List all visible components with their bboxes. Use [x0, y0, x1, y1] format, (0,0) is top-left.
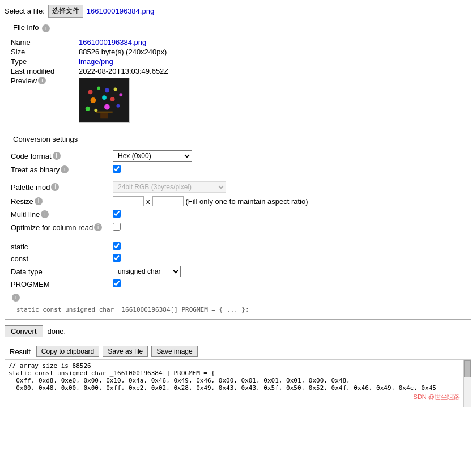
svg-point-1 [88, 90, 93, 94]
size-value: 88526 byte(s) (240x240px) [79, 48, 465, 56]
type-label: Type [11, 57, 79, 66]
resize-label-row: Resize i [11, 197, 113, 206]
preview-image [79, 78, 130, 123]
file-info-section: File info i Name 1661000196384.png Size … [5, 23, 471, 129]
preview-label-row: Preview i [11, 77, 79, 123]
save-image-button[interactable]: Save image [151, 346, 197, 357]
code-preview-text: static const unsigned char _166100019638… [11, 304, 465, 313]
data-type-select[interactable]: unsigned char uint8_t uint16_t [113, 266, 181, 277]
optimize-value [113, 223, 465, 232]
multiline-value [113, 210, 465, 219]
treat-binary-info-icon[interactable]: i [61, 165, 69, 173]
resize-hint: (Fill only one to maintain aspect ratio) [186, 197, 308, 206]
select-file-label: Select a file: [5, 7, 45, 15]
static-checkbox[interactable] [113, 242, 121, 250]
conversion-settings-legend: Conversion settings [11, 135, 80, 143]
save-as-file-button[interactable]: Save as file [103, 346, 148, 357]
result-legend-label: Result [10, 347, 31, 356]
choose-file-button[interactable]: 选择文件 [48, 5, 83, 18]
svg-point-6 [91, 97, 96, 103]
convert-button[interactable]: Convert [5, 325, 43, 337]
scroll-thumb [464, 360, 471, 377]
svg-point-7 [102, 95, 107, 100]
svg-point-11 [104, 104, 110, 110]
progmem-value [113, 279, 465, 289]
optimize-info-icon[interactable]: i [94, 223, 102, 231]
const-label: const [11, 254, 113, 263]
treat-binary-value [113, 165, 465, 175]
svg-point-2 [97, 87, 100, 90]
file-info-legend: File info i [11, 23, 52, 32]
convert-row: Convert done. [5, 325, 471, 337]
result-section: Result Copy to clipboard Save as file Sa… [5, 343, 471, 407]
code-format-info-icon[interactable]: i [53, 152, 61, 160]
code-preview-info-icon[interactable]: i [12, 294, 20, 302]
const-value [113, 254, 465, 264]
last-modified-value: 2022-08-20T13:03:49.652Z [79, 67, 465, 75]
const-checkbox[interactable] [113, 254, 121, 262]
file-info-icon[interactable]: i [42, 24, 50, 32]
result-wrapper: // array size is 88526 static const unsi… [5, 360, 471, 407]
preview-info-icon[interactable]: i [38, 77, 46, 84]
optimize-checkbox[interactable] [113, 223, 121, 231]
resize-width-input[interactable] [113, 196, 144, 206]
conversion-grid: Code format i Hex (0x00) Binary Decimal … [11, 150, 465, 232]
code-format-select[interactable]: Hex (0x00) Binary Decimal [113, 150, 192, 162]
static-label: static [11, 243, 113, 251]
treat-binary-checkbox[interactable] [113, 165, 121, 173]
scroll-indicator[interactable] [463, 360, 471, 407]
resize-info-icon[interactable]: i [35, 197, 42, 205]
palette-label-row: Palette mod i [11, 183, 113, 192]
svg-rect-13 [96, 112, 112, 113]
settings-divider [11, 237, 465, 237]
palette-value: 24bit RGB (3bytes/pixel) [113, 181, 465, 193]
conversion-settings-section: Conversion settings Code format i Hex (0… [5, 135, 471, 320]
data-type-label: Data type [11, 268, 113, 276]
svg-point-4 [114, 88, 117, 91]
selected-file-name: 1661000196384.png [87, 7, 154, 15]
static-value [113, 242, 465, 252]
svg-point-8 [110, 97, 115, 101]
palette-select: 24bit RGB (3bytes/pixel) [113, 181, 226, 193]
name-label: Name [11, 38, 79, 46]
code-preview-icon-row: i [11, 291, 113, 302]
svg-rect-14 [100, 113, 108, 118]
resize-value: x (Fill only one to maintain aspect rati… [113, 196, 465, 206]
result-legend-bar: Result Copy to clipboard Save as file Sa… [5, 343, 471, 360]
svg-point-9 [86, 107, 90, 111]
svg-point-5 [119, 93, 122, 96]
name-value: 1661000196384.png [79, 38, 465, 46]
progmem-checkbox[interactable] [113, 279, 121, 287]
palette-info-icon[interactable]: i [51, 183, 59, 191]
size-label: Size [11, 48, 79, 56]
type-value: image/png [79, 57, 465, 66]
convert-status: done. [48, 327, 66, 336]
svg-point-12 [117, 104, 120, 108]
result-textarea[interactable]: // array size is 88526 static const unsi… [5, 360, 471, 405]
code-format-label-row: Code format i [11, 152, 113, 160]
progmem-label: PROGMEM [11, 280, 113, 288]
resize-x-label: x [146, 197, 150, 206]
last-modified-label: Last modified [11, 67, 79, 75]
copy-clipboard-button[interactable]: Copy to clipboard [36, 346, 99, 357]
data-type-value: unsigned char uint8_t uint16_t [113, 266, 465, 277]
multiline-info-icon[interactable]: i [41, 210, 49, 218]
static-section: static const Data type unsigned char uin… [11, 242, 465, 313]
code-format-value: Hex (0x00) Binary Decimal [113, 150, 465, 162]
file-select-bar: Select a file: 选择文件 1661000196384.png [5, 5, 471, 18]
file-info-grid: Name 1661000196384.png Size 88526 byte(s… [11, 38, 465, 123]
multiline-label-row: Multi line i [11, 210, 113, 219]
multiline-checkbox[interactable] [113, 210, 121, 218]
svg-point-3 [105, 88, 109, 92]
optimize-label-row: Optimize for column read i [11, 223, 113, 232]
treat-binary-label-row: Treat as binary i [11, 165, 113, 174]
resize-height-input[interactable] [152, 196, 184, 206]
